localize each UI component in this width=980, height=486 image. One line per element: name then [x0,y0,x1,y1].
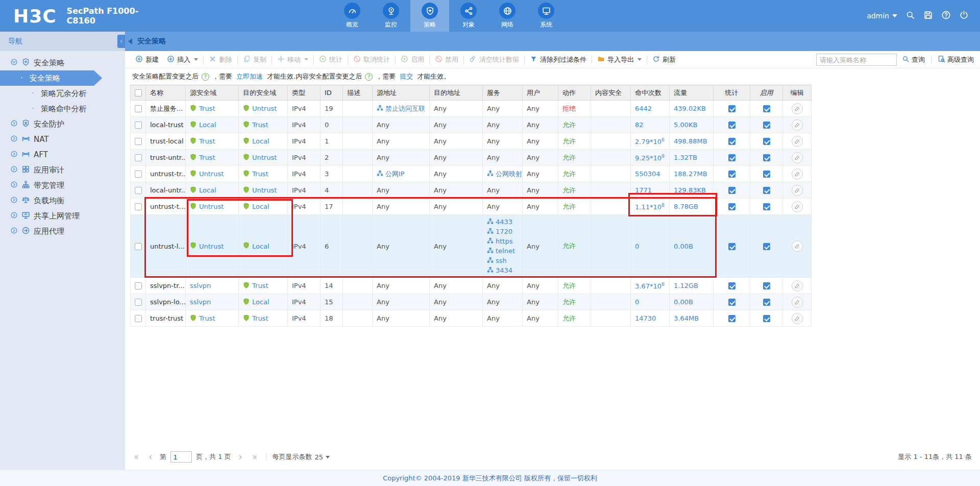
hit-count-link[interactable]: 9.25*109 [635,154,665,162]
statistics-checkbox[interactable] [728,121,736,129]
row-checkbox[interactable] [135,154,142,161]
traffic-link[interactable]: 188.27MB [674,170,707,178]
traffic-link[interactable]: 8.78GB [674,203,698,210]
traffic-link[interactable]: 0.00B [674,242,693,250]
column-header-目的安全域[interactable]: 目的安全域 [239,85,288,101]
top-nav-监控[interactable]: 监控 [372,0,410,32]
enable-checkbox[interactable] [763,154,770,161]
sidebar-item-安全策略[interactable]: ·安全策略 [0,70,102,86]
column-header-内容安全[interactable]: 内容安全 [591,85,631,101]
sidebar-group-应用审计[interactable]: 应用审计 [0,162,125,178]
column-header-源地址[interactable]: 源地址 [373,85,430,101]
zone-link[interactable]: Trust [199,105,215,112]
edit-button[interactable] [792,280,803,291]
row-checkbox[interactable] [135,105,142,112]
address-link[interactable]: 公网IP [385,169,405,179]
zone-link[interactable]: Untrust [199,203,224,210]
sidebar-item-策略命中分析[interactable]: ·策略命中分析 [0,101,125,116]
save-icon[interactable] [923,10,933,22]
traffic-link[interactable]: 0.00B [674,298,693,306]
help-icon[interactable] [941,10,951,22]
enable-checkbox[interactable] [763,138,770,145]
service-link[interactable]: https [496,237,512,245]
enable-checkbox[interactable] [763,105,770,112]
hit-count-link[interactable]: 0 [635,298,639,306]
column-header-命中次数[interactable]: 命中次数 [631,85,670,101]
zone-link[interactable]: Untrust [199,170,224,178]
row-checkbox[interactable] [135,243,142,250]
service-link[interactable]: 3434 [496,266,512,274]
zone-link[interactable]: Untrust [252,105,277,112]
top-nav-网络[interactable]: 网络 [488,0,527,32]
address-link[interactable]: 禁止访问互联网的IP [385,104,425,113]
last-page-button[interactable] [250,452,260,462]
zone-link[interactable]: sslvpn [190,298,211,306]
service-link[interactable]: 1720 [496,228,512,235]
hit-count-link[interactable]: 6442 [635,105,652,112]
row-checkbox[interactable] [135,282,142,289]
enable-checkbox[interactable] [763,243,770,250]
toolbar-button-插入[interactable]: 插入 [163,55,202,64]
edit-button[interactable] [792,119,803,131]
row-checkbox[interactable] [135,171,142,178]
column-header-描述[interactable]: 描述 [343,85,373,101]
zone-link[interactable]: Untrust [252,154,277,161]
statistics-checkbox[interactable] [728,171,736,178]
table-row[interactable]: local-trustLocalTrustIPv40AnyAnyAnyAny允许… [131,117,812,133]
toolbar-button-新建[interactable]: 新建 [131,55,163,64]
zone-link[interactable]: Local [252,203,270,210]
sidebar-group-带宽管理[interactable]: 带宽管理 [0,178,125,193]
traffic-link[interactable]: 129.83KB [674,186,706,194]
statistics-checkbox[interactable] [728,154,736,161]
toolbar-button-刷新[interactable]: 刷新 [648,55,680,64]
edit-button[interactable] [792,297,803,308]
zone-link[interactable]: Trust [252,121,268,129]
hit-count-link[interactable]: 1.11*108 [635,203,665,211]
sidebar-collapse-button[interactable] [117,35,125,48]
table-row[interactable]: local-untr...LocalUntrustIPv44AnyAnyAnyA… [131,182,812,199]
statistics-checkbox[interactable] [728,243,736,250]
sidebar-item-策略冗余分析[interactable]: ·策略冗余分析 [0,86,125,101]
active-page-tab[interactable]: 安全策略 [137,37,166,46]
toolbar-button-清除列过滤条件[interactable]: 清除列过滤条件 [526,55,591,64]
sidebar-group-应用代理[interactable]: 应用代理 [0,224,125,239]
sidebar-group-安全防护[interactable]: 安全防护 [0,116,125,132]
row-checkbox[interactable] [135,121,142,129]
toolbar-button-启用[interactable]: 启用 [397,55,428,64]
column-header-服务[interactable]: 服务 [483,85,523,101]
zone-link[interactable]: Trust [252,314,268,322]
sidebar-group-AFT[interactable]: AFT [0,147,125,162]
submit-link[interactable]: 提交 [400,72,413,81]
edit-button[interactable] [792,136,803,147]
row-checkbox[interactable] [135,203,142,210]
row-checkbox[interactable] [135,315,142,322]
zone-link[interactable]: Trust [252,282,268,289]
table-row[interactable]: trusr-trustTrustTrustIPv418AnyAnyAnyAny允… [131,310,812,327]
edit-button[interactable] [792,313,803,324]
traffic-link[interactable]: 1.12GB [674,282,698,289]
zone-link[interactable]: Trust [199,154,215,161]
traffic-link[interactable]: 498.88MB [674,137,707,145]
column-header-源安全域[interactable]: 源安全域 [186,85,239,101]
statistics-checkbox[interactable] [728,315,736,322]
edit-button[interactable] [792,103,803,114]
zone-link[interactable]: Local [252,137,270,145]
table-row[interactable]: untrust-tr...UntrustTrustIPv43公网IPAny公网映… [131,166,812,182]
top-nav-策略[interactable]: 策略 [410,0,449,32]
zone-link[interactable]: Local [252,298,270,306]
table-row[interactable]: trust-untr...TrustUntrustIPv42AnyAnyAnyA… [131,150,812,166]
first-page-button[interactable] [131,452,141,462]
zone-link[interactable]: Local [199,186,216,194]
column-header-用户[interactable]: 用户 [523,85,558,101]
enable-checkbox[interactable] [763,315,770,322]
column-header-流量[interactable]: 流量 [670,85,714,101]
service-link[interactable]: telnet [496,247,515,255]
edit-button[interactable] [792,240,803,252]
toolbar-button-统计[interactable]: 统计 [315,55,347,64]
page-number-input[interactable] [170,451,192,463]
column-header-统计[interactable]: 统计 [714,85,750,101]
hit-count-link[interactable]: 82 [635,121,644,129]
column-header-目的地址[interactable]: 目的地址 [430,85,483,101]
hit-count-link[interactable]: 550304 [635,170,660,178]
sidebar-group-共享上网管理[interactable]: 共享上网管理 [0,208,125,224]
